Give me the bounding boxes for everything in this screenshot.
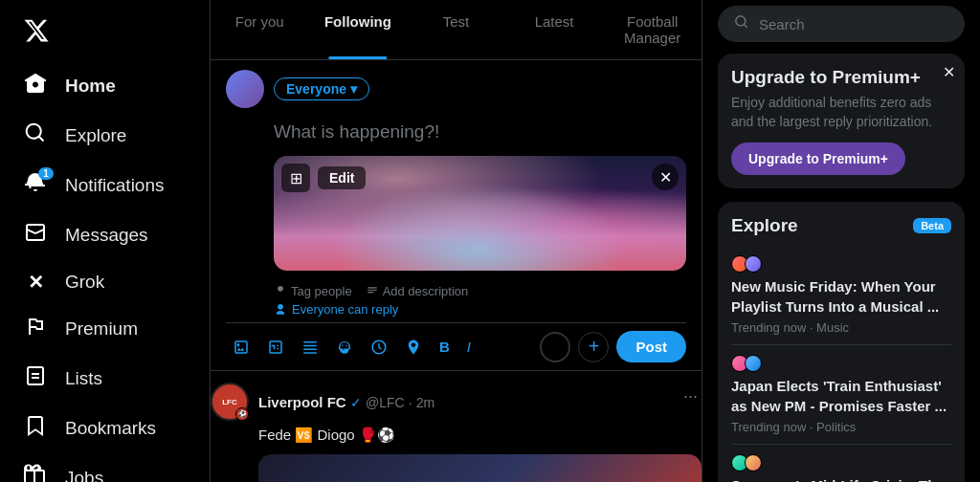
gif-button[interactable] bbox=[260, 332, 291, 362]
sidebar-item-notifications[interactable]: Notifications 1 bbox=[11, 162, 198, 209]
emoji-button[interactable] bbox=[329, 332, 360, 362]
tab-football-manager[interactable]: Football Manager bbox=[603, 0, 702, 59]
sidebar-item-messages[interactable]: Messages bbox=[11, 211, 198, 259]
tweet-header: LFC ⚽ Liverpool FC ✓ @LFC · 2m ··· bbox=[211, 383, 702, 421]
explore-card: Explore Beta New Music Friday: When Your… bbox=[718, 202, 965, 482]
mail-icon bbox=[23, 221, 48, 250]
explore-title: Explore bbox=[731, 215, 798, 236]
location-button[interactable] bbox=[398, 332, 429, 362]
premium-desc: Enjoy additional benefits zero ads and t… bbox=[731, 94, 951, 131]
feed-tabs: For you Following Test Latest Football M… bbox=[211, 0, 702, 60]
sidebar-item-bookmarks[interactable]: Bookmarks bbox=[11, 405, 198, 452]
sidebar-item-jobs[interactable]: Jobs bbox=[11, 454, 198, 482]
list-button[interactable] bbox=[295, 332, 325, 362]
tweet-user-info: Liverpool FC ✓ @LFC · 2m bbox=[258, 394, 434, 410]
plus-button[interactable]: + bbox=[578, 332, 609, 362]
explore-icon bbox=[23, 121, 48, 150]
sidebar-item-label-bookmarks: Bookmarks bbox=[65, 418, 156, 439]
home-icon bbox=[23, 72, 48, 100]
sidebar-item-label-grok: Grok bbox=[65, 272, 104, 293]
sidebar-item-label-messages: Messages bbox=[65, 225, 148, 246]
tweet-avatar: LFC ⚽ bbox=[211, 383, 249, 421]
verified-icon: ✓ bbox=[350, 395, 362, 410]
trend-item-2[interactable]: Samsung's Mid-Life Crisis: The Galaxy S2… bbox=[731, 445, 951, 482]
add-description-button[interactable]: Add description bbox=[366, 284, 469, 298]
tweet-time: · 2m bbox=[409, 395, 434, 410]
sidebar-item-explore[interactable]: Explore bbox=[11, 112, 198, 160]
tab-for-you[interactable]: For you bbox=[211, 0, 309, 59]
explore-header: Explore Beta bbox=[731, 215, 951, 236]
tweet-text: Fede 🆚 Diogo 🥊⚽ bbox=[211, 425, 702, 447]
lists-icon bbox=[23, 364, 48, 393]
post-button[interactable]: Post bbox=[616, 331, 686, 362]
italic-button[interactable]: I bbox=[460, 332, 478, 362]
lfc-badge: ⚽ bbox=[235, 407, 249, 421]
schedule-button[interactable] bbox=[364, 332, 394, 362]
audience-label: Everyone bbox=[286, 81, 346, 97]
toolbar-right: + Post bbox=[540, 331, 686, 362]
sidebar-item-grok[interactable]: ✕ Grok bbox=[11, 261, 198, 303]
search-bar[interactable] bbox=[718, 6, 965, 42]
toolbar-icons: B I bbox=[226, 332, 540, 362]
premium-title: Upgrade to Premium+ bbox=[731, 67, 951, 88]
tweet-media: LFC. bbox=[258, 454, 702, 483]
close-premium-button[interactable]: ✕ bbox=[943, 63, 955, 81]
bold-button[interactable]: B bbox=[433, 332, 457, 362]
main-feed: For you Following Test Latest Football M… bbox=[211, 0, 702, 482]
tab-latest[interactable]: Latest bbox=[505, 0, 604, 59]
premium-icon bbox=[23, 315, 48, 343]
image-grid-button[interactable]: ⊞ bbox=[281, 164, 310, 192]
right-panel: ✕ Upgrade to Premium+ Enjoy additional b… bbox=[702, 0, 980, 482]
sidebar-item-lists[interactable]: Lists bbox=[11, 355, 198, 403]
sidebar-item-label-home: Home bbox=[65, 76, 116, 97]
tag-people-button[interactable]: Tag people bbox=[274, 284, 352, 298]
search-input[interactable] bbox=[759, 16, 948, 33]
grok-icon: ✕ bbox=[23, 271, 48, 294]
image-edit-button[interactable]: Edit bbox=[318, 166, 366, 189]
compose-image: ⊞ Edit ✕ bbox=[274, 156, 686, 271]
sidebar: Home Explore Notifications 1 Messages ✕ … bbox=[0, 0, 211, 482]
sidebar-item-home[interactable]: Home bbox=[11, 62, 198, 110]
tweet-user: LFC ⚽ Liverpool FC ✓ @LFC · 2m bbox=[211, 383, 434, 421]
trend-title-1: Japan Elects 'Train Enthusiast' as New P… bbox=[731, 376, 951, 416]
media-button[interactable] bbox=[226, 332, 256, 362]
trend-title-2: Samsung's Mid-Life Crisis: The Galaxy S2… bbox=[731, 475, 951, 482]
search-icon bbox=[734, 14, 749, 33]
image-close-button[interactable]: ✕ bbox=[652, 164, 679, 190]
tweet-handle: @LFC bbox=[366, 395, 405, 410]
sidebar-item-label-explore: Explore bbox=[65, 125, 126, 146]
chevron-down-icon: ▾ bbox=[350, 81, 357, 97]
notification-badge: 1 bbox=[38, 167, 54, 180]
beta-badge: Beta bbox=[913, 218, 951, 233]
everyone-reply[interactable]: Everyone can reply bbox=[274, 302, 686, 317]
upgrade-button[interactable]: Upgrade to Premium+ bbox=[731, 142, 905, 175]
jobs-icon bbox=[23, 464, 48, 482]
sidebar-item-label-lists: Lists bbox=[65, 368, 102, 389]
compose-placeholder[interactable]: What is happening?! bbox=[226, 116, 686, 148]
sidebar-item-label-premium: Premium bbox=[65, 318, 138, 340]
circle-button[interactable] bbox=[540, 332, 570, 362]
tab-test[interactable]: Test bbox=[407, 0, 505, 59]
compose-toolbar: B I + Post bbox=[226, 322, 686, 362]
compose-top: Everyone ▾ bbox=[226, 70, 686, 108]
tweet-name: Liverpool FC bbox=[258, 394, 346, 410]
audience-button[interactable]: Everyone ▾ bbox=[274, 77, 369, 100]
trend-item-0[interactable]: New Music Friday: When Your Playlist Tur… bbox=[731, 246, 951, 345]
compose-meta: Tag people Add description bbox=[226, 278, 686, 298]
logo[interactable] bbox=[11, 8, 198, 60]
premium-card: ✕ Upgrade to Premium+ Enjoy additional b… bbox=[718, 54, 965, 188]
trend-item-1[interactable]: Japan Elects 'Train Enthusiast' as New P… bbox=[731, 345, 951, 445]
sidebar-item-label-jobs: Jobs bbox=[65, 468, 103, 482]
trend-meta-0: Trending now · Music bbox=[731, 320, 951, 335]
tab-following[interactable]: Following bbox=[309, 0, 408, 59]
tweet-more-button[interactable]: ··· bbox=[679, 383, 702, 410]
tweet-item: LFC ⚽ Liverpool FC ✓ @LFC · 2m ··· Fede … bbox=[211, 371, 702, 482]
image-edit-bar: ⊞ Edit bbox=[281, 164, 366, 192]
trend-meta-1: Trending now · Politics bbox=[731, 420, 951, 434]
bookmark-icon bbox=[23, 414, 48, 443]
user-avatar bbox=[226, 70, 264, 108]
sidebar-item-label-notifications: Notifications bbox=[65, 175, 165, 196]
trend-title-0: New Music Friday: When Your Playlist Tur… bbox=[731, 276, 951, 317]
compose-area: Everyone ▾ What is happening?! ⊞ Edit ✕ … bbox=[211, 60, 702, 371]
sidebar-item-premium[interactable]: Premium bbox=[11, 305, 198, 353]
